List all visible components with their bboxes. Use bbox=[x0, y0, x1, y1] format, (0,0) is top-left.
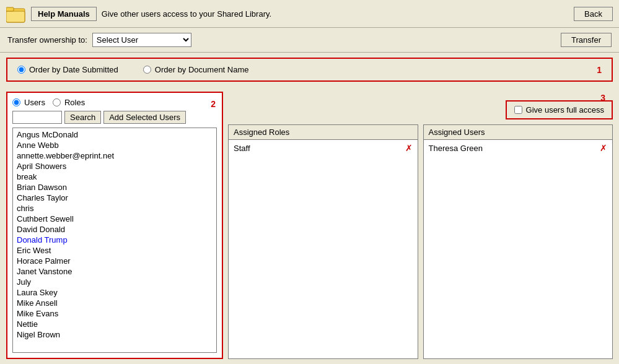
svg-rect-1 bbox=[6, 11, 25, 22]
table-row: Staff✗ bbox=[229, 141, 418, 155]
user-list-item[interactable]: chris bbox=[15, 203, 214, 214]
header-description: Give other users access to your Shared L… bbox=[102, 9, 271, 19]
search-button[interactable]: Search bbox=[64, 111, 101, 124]
user-list-item[interactable]: Anne Webb bbox=[15, 140, 214, 150]
order-date-radio[interactable] bbox=[17, 66, 25, 74]
transfer-row: Transfer ownership to: Select User Trans… bbox=[0, 28, 619, 53]
user-list-item[interactable]: Angus McDonald bbox=[15, 129, 214, 140]
user-name: Theresa Green bbox=[429, 144, 598, 153]
left-panel-step-label: 2 bbox=[211, 99, 216, 109]
user-list-item[interactable]: Brian Dawson bbox=[15, 182, 214, 193]
assigned-users-body: Theresa Green✗ bbox=[424, 140, 613, 358]
transfer-label: Transfer ownership to: bbox=[7, 35, 87, 45]
user-list-item[interactable]: Cuthbert Sewell bbox=[15, 214, 214, 224]
role-name: Staff bbox=[234, 144, 403, 153]
transfer-select[interactable]: Select User bbox=[92, 33, 191, 47]
table-row: Theresa Green✗ bbox=[424, 141, 613, 155]
user-list-item[interactable]: Eric West bbox=[15, 245, 214, 256]
full-access-checkbox[interactable] bbox=[514, 106, 522, 114]
user-list-item[interactable]: Laura Skey bbox=[15, 287, 214, 298]
user-list-item[interactable]: Janet Vanstone bbox=[15, 266, 214, 277]
back-button[interactable]: Back bbox=[574, 7, 613, 21]
user-list-item[interactable]: break bbox=[15, 171, 214, 182]
user-list-item[interactable]: Mike Ansell bbox=[15, 298, 214, 308]
user-list-item[interactable]: annette.webber@eprint.net bbox=[15, 150, 214, 161]
user-list-item[interactable]: Mike Evans bbox=[15, 308, 214, 319]
user-list-item[interactable]: July bbox=[15, 277, 214, 287]
add-selected-button[interactable]: Add Selected Users bbox=[103, 111, 186, 124]
full-access-step-label: 3 bbox=[600, 93, 605, 103]
right-area: 3 Give users full access Assigned Roles … bbox=[228, 92, 613, 359]
order-section: Order by Date Submitted Order by Documen… bbox=[6, 58, 613, 82]
left-panel: 2 Users Roles Search Add Selected Users … bbox=[6, 92, 223, 359]
folder-icon bbox=[6, 4, 26, 24]
users-radio-label: Users bbox=[24, 98, 45, 107]
tables-row: Assigned Roles Staff✗ Assigned Users The… bbox=[228, 124, 613, 359]
svg-rect-2 bbox=[6, 7, 14, 11]
search-row: Search Add Selected Users bbox=[12, 111, 217, 124]
full-access-box: 3 Give users full access bbox=[506, 100, 613, 119]
user-list-item[interactable]: David Donald bbox=[15, 224, 214, 235]
help-manuals-button[interactable]: Help Manuals bbox=[31, 7, 97, 21]
assigned-users-header: Assigned Users bbox=[424, 125, 613, 140]
order-date-label: Order by Date Submitted bbox=[29, 65, 118, 74]
user-list-item[interactable]: Charles Taylor bbox=[15, 193, 214, 203]
order-step-label: 1 bbox=[597, 65, 602, 75]
assigned-roles-body: Staff✗ bbox=[229, 140, 418, 358]
remove-user-icon[interactable]: ✗ bbox=[600, 143, 607, 153]
order-name-group: Order by Document Name bbox=[143, 65, 249, 74]
order-date-group: Order by Date Submitted bbox=[17, 65, 118, 74]
order-name-label: Order by Document Name bbox=[155, 65, 249, 74]
top-right-area: 3 Give users full access bbox=[228, 92, 613, 119]
full-access-label: Give users full access bbox=[526, 105, 604, 115]
order-name-radio[interactable] bbox=[143, 66, 151, 74]
user-list[interactable]: Angus McDonaldAnne Webbannette.webber@ep… bbox=[12, 128, 217, 353]
header-bar: Help Manuals Give other users access to … bbox=[0, 0, 619, 28]
remove-role-icon[interactable]: ✗ bbox=[405, 143, 413, 153]
assigned-roles-header: Assigned Roles bbox=[229, 125, 418, 140]
user-list-item[interactable]: Nettie bbox=[15, 319, 214, 329]
assigned-roles-table: Assigned Roles Staff✗ bbox=[228, 124, 418, 359]
roles-radio-label: Roles bbox=[64, 98, 85, 107]
users-roles-radio-row: Users Roles bbox=[12, 98, 217, 107]
user-list-item[interactable]: Nigel Brown bbox=[15, 329, 214, 340]
roles-radio[interactable] bbox=[53, 98, 61, 106]
transfer-button[interactable]: Transfer bbox=[561, 33, 612, 47]
main-content: 2 Users Roles Search Add Selected Users … bbox=[0, 87, 619, 364]
user-list-item[interactable]: Horace Palmer bbox=[15, 256, 214, 266]
user-list-item[interactable]: Donald Trump bbox=[15, 235, 214, 245]
search-input[interactable] bbox=[12, 111, 62, 124]
user-list-item[interactable]: April Showers bbox=[15, 161, 214, 171]
users-radio[interactable] bbox=[12, 98, 20, 106]
assigned-users-table: Assigned Users Theresa Green✗ bbox=[423, 124, 613, 359]
